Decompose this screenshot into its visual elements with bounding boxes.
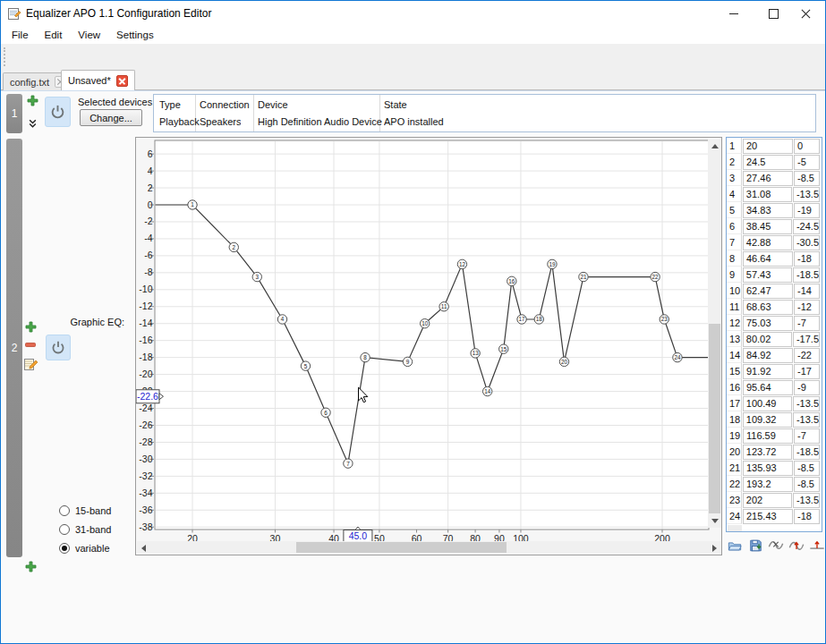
band-freq-cell[interactable]: 123.72 [743,445,792,460]
band-freq-cell[interactable]: 68.63 [743,300,793,315]
band-gain-cell[interactable]: -7 [794,428,820,444]
collapse-row1-button[interactable] [28,118,38,129]
power-icon [49,104,66,121]
band-gain-cell[interactable]: -8.5 [794,461,820,476]
minimize-button[interactable] [713,1,754,26]
band-gain-cell[interactable]: -8.5 [794,171,820,186]
band-freq-cell[interactable]: 135.93 [743,461,793,476]
band-freq-cell[interactable]: 24.5 [743,155,793,170]
band-number: 20 [727,444,742,460]
menu-item-file[interactable]: File [4,28,37,42]
band-gain-cell[interactable]: -12 [794,300,820,315]
band-freq-cell[interactable]: 57.43 [743,267,792,283]
band-freq-cell[interactable]: 42.88 [743,235,792,250]
band-gain-cell[interactable]: -13.5 [793,412,820,428]
tab-close-button[interactable] [116,75,128,87]
band-mode-15[interactable]: 15-band [59,504,111,517]
band-freq-cell[interactable]: 20 [743,139,793,154]
remove-filter-button[interactable] [25,343,36,347]
band-mode-variable[interactable]: variable [59,542,110,555]
band-freq-cell[interactable]: 109.32 [743,412,792,428]
invert-response-button[interactable] [768,538,784,553]
menu-item-view[interactable]: View [70,28,108,42]
eq-power-toggle[interactable] [46,335,71,360]
edit-filter-button[interactable] [23,356,38,371]
flatten-response-button[interactable] [809,538,825,553]
band-freq-cell[interactable]: 38.45 [743,219,792,234]
band-gain-cell[interactable]: -8.5 [794,477,820,492]
row-handle-2[interactable]: 2 [6,139,22,557]
export-response-button[interactable] [747,538,763,553]
band-freq-cell[interactable]: 34.83 [743,203,793,218]
row-handle-1[interactable]: 1 [6,94,22,133]
band-freq-cell[interactable]: 62.47 [743,284,793,299]
band-freq-cell[interactable]: 46.64 [743,251,793,267]
band-freq-cell[interactable]: 75.03 [743,316,793,331]
band-number: 3 [727,170,742,186]
band-gain-cell[interactable]: -18.5 [793,445,820,460]
eq-point-number: 5 [304,363,308,369]
eq-chart[interactable]: 6420-2-4-6-8-10-12-14-16-18-20-22-24-26-… [136,138,721,555]
svg-text:-14: -14 [139,318,152,328]
svg-text:-24: -24 [139,402,152,413]
band-freq-cell[interactable]: 91.92 [743,364,793,379]
close-button[interactable] [786,1,826,26]
normalize-response-button[interactable] [788,538,805,553]
add-row-button[interactable] [25,561,37,572]
band-gain-cell[interactable]: -30.5 [793,235,820,250]
band-gain-cell[interactable]: -17.5 [793,332,820,347]
band-number: 17 [727,395,742,411]
menu-item-edit[interactable]: Edit [37,28,71,42]
band-gain-cell[interactable]: -24.5 [793,219,820,234]
band-freq-cell[interactable]: 116.59 [743,428,793,444]
add-filter-button-row2[interactable] [25,321,37,333]
band-gain-cell[interactable]: -9 [794,380,820,395]
open-folder-icon [727,538,743,553]
hscrollbar-thumb[interactable] [296,542,507,553]
band-gain-cell[interactable]: 0 [794,139,820,154]
eq-point-number: 3 [256,274,260,280]
band-freq-cell[interactable]: 202 [743,493,792,508]
band-freq-cell[interactable]: 193.2 [743,477,793,492]
band-gain-cell[interactable]: -13.5 [793,187,820,202]
band-freq-cell[interactable]: 80.02 [743,332,792,347]
device-power-toggle[interactable] [45,97,71,127]
band-gain-cell[interactable]: -18 [794,509,820,524]
band-freq-cell[interactable]: 84.92 [743,348,793,363]
band-gain-cell[interactable]: -5 [794,155,820,170]
band-freq-cell[interactable]: 100.49 [743,396,792,411]
add-filter-button-row1[interactable] [27,95,38,106]
scroll-right-button[interactable] [708,541,721,555]
scroll-up-button[interactable] [708,140,721,153]
scroll-left-button[interactable] [137,541,150,555]
menu-item-settings[interactable]: Settings [108,28,162,42]
graph-vscrollbar[interactable] [708,140,721,528]
change-devices-button[interactable]: Change... [80,109,142,126]
band-freq-cell[interactable]: 31.08 [743,187,792,202]
svg-text:-6: -6 [144,250,152,260]
vscrollbar-thumb[interactable] [709,324,720,513]
band-gain-cell[interactable]: -7 [794,316,820,331]
import-response-button[interactable] [727,538,743,553]
band-freq-cell[interactable]: 95.64 [743,380,793,395]
band-number: 14 [727,347,742,363]
svg-text:2: 2 [148,182,153,193]
svg-text:-28: -28 [139,436,152,447]
eq-graph-panel[interactable]: 6420-2-4-6-8-10-12-14-16-18-20-22-24-26-… [135,137,722,555]
band-gain-cell[interactable]: -18 [794,251,820,267]
band-gain-cell[interactable]: -13.5 [793,493,820,508]
band-gain-cell[interactable]: -22 [794,348,820,363]
band-gain-cell[interactable]: -14 [794,284,820,299]
band-freq-cell[interactable]: 27.46 [743,171,793,186]
eq-point-number: 7 [346,461,350,467]
band-mode-31[interactable]: 31-band [59,523,111,536]
band-gain-cell[interactable]: -17 [794,364,820,379]
tab-unsaved[interactable]: Unsaved* [61,70,135,90]
graph-hscrollbar[interactable] [137,541,721,554]
band-gain-cell[interactable]: -19 [794,203,820,218]
scroll-down-button[interactable] [708,514,721,528]
band-gain-cell[interactable]: -18.5 [793,267,820,283]
band-freq-cell[interactable]: 215.43 [743,509,793,524]
tabbar: config.txt Unsaved* [1,70,825,90]
band-gain-cell[interactable]: -13.5 [793,396,820,411]
